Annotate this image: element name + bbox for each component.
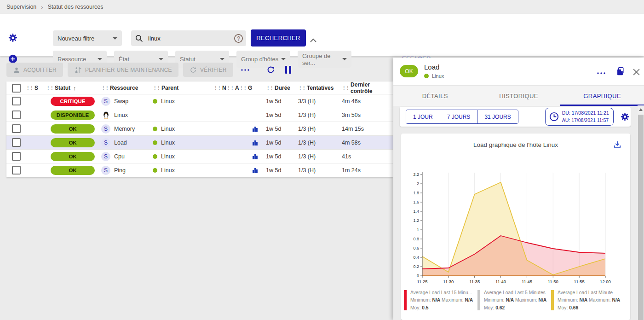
- panel-more-icon[interactable]: [596, 69, 607, 77]
- check-button[interactable]: VÉRIFIER: [183, 63, 233, 77]
- breadcrumb: Supervision › Statut des ressources: [0, 0, 644, 14]
- row-checkbox[interactable]: [12, 138, 21, 147]
- download-icon[interactable]: [612, 139, 623, 151]
- custom-period-box[interactable]: DU: 17/08/2021 11:21 AU: 17/08/2021 11:5…: [545, 108, 614, 126]
- drag-handle-icon[interactable]: ⋮⋮: [26, 86, 33, 90]
- drag-handle-icon[interactable]: ⋮⋮: [153, 86, 160, 90]
- scroll-up-arrow-icon[interactable]: [639, 108, 643, 111]
- svg-text:1: 1: [417, 227, 419, 232]
- saved-filter-select[interactable]: Nouveau filtre: [53, 30, 122, 46]
- row-checkbox[interactable]: [12, 124, 21, 133]
- table-row-load[interactable]: OK SLoad Linux 1w 5d 1/3 (H) 4m 58s: [6, 136, 393, 150]
- drag-handle-icon[interactable]: ⋮⋮: [298, 86, 305, 90]
- row-checkbox[interactable]: [12, 152, 21, 161]
- graph-title: Load graphique de l'hôte Linux: [401, 141, 630, 148]
- svg-text:11:45: 11:45: [522, 279, 532, 284]
- range-7-days-button[interactable]: 7 JOURS: [440, 110, 478, 123]
- table-row-linux-host[interactable]: DISPONIBLE Linux 1w 5d 1/3 (H) 3m 50s: [6, 108, 393, 122]
- table-row-cpu[interactable]: OK SCpu Linux 1w 5d 1/3 (H) 41s: [6, 150, 393, 163]
- header-state[interactable]: ⋮⋮S: [26, 85, 46, 91]
- drag-handle-icon[interactable]: ⋮⋮: [101, 86, 109, 90]
- host-up-dot-icon: [153, 127, 157, 131]
- search-input[interactable]: [147, 35, 230, 42]
- maintenance-button[interactable]: PLANIFIER UNE MAINTENANCE: [68, 63, 178, 77]
- duration-cell: 1w 5d: [266, 112, 298, 118]
- drag-handle-icon[interactable]: ⋮⋮: [46, 86, 53, 90]
- tab-history[interactable]: HISTORIQUE: [477, 86, 561, 106]
- panel-header: OK Load Linux: [393, 58, 644, 85]
- drag-handle-icon[interactable]: ⋮⋮: [266, 86, 273, 90]
- status-badge: CRITIQUE: [51, 97, 95, 106]
- panel-tabs: DÉTAILS HISTORIQUE GRAPHIQUE: [393, 85, 644, 106]
- drag-handle-icon[interactable]: ⋮⋮: [239, 86, 247, 90]
- vertical-scrollbar[interactable]: [638, 105, 644, 320]
- tries-cell: 1/3 (H): [298, 112, 342, 118]
- drag-handle-icon[interactable]: ⋮⋮: [226, 86, 234, 90]
- copy-link-icon[interactable]: [615, 65, 627, 79]
- range-1-day-button[interactable]: 1 JOUR: [406, 110, 440, 123]
- close-icon[interactable]: [632, 67, 641, 78]
- parent-name: Linux: [161, 167, 175, 174]
- search-box: ?: [131, 30, 246, 46]
- select-all-checkbox[interactable]: [12, 84, 21, 93]
- header-status[interactable]: ⋮⋮Statut↑: [46, 85, 101, 92]
- header-n[interactable]: ⋮⋮N: [213, 85, 226, 91]
- header-tries[interactable]: ⋮⋮Tentatives: [298, 85, 342, 91]
- legend-item-load5[interactable]: Average Load Last 5 Minutes Minimum: N/A…: [477, 289, 551, 312]
- graph-settings-gear-icon[interactable]: [620, 112, 630, 122]
- pause-icon[interactable]: [285, 66, 291, 74]
- time-range-card: 1 JOUR 7 JOURS 31 JOURS DU: 17/08/2021 1…: [400, 107, 631, 127]
- search-help-icon[interactable]: ?: [234, 34, 243, 43]
- filter-chip-service-group[interactable]: Groupe de ser...: [298, 51, 351, 68]
- resource-name: Load: [114, 140, 127, 146]
- panel-parent-name: Linux: [432, 73, 444, 79]
- tab-details[interactable]: DÉTAILS: [393, 86, 477, 106]
- header-parent[interactable]: ⋮⋮Parent: [153, 85, 213, 91]
- row-checkbox[interactable]: [12, 166, 21, 175]
- graph-icon[interactable]: [252, 153, 266, 159]
- svg-text:11:25: 11:25: [417, 279, 427, 284]
- range-31-days-button[interactable]: 31 JOURS: [477, 110, 518, 123]
- drag-handle-icon[interactable]: ⋮⋮: [342, 86, 349, 90]
- table-row-ping[interactable]: OK SPing Linux 1w 5d 1/3 (H) 1m 24s: [6, 163, 393, 177]
- sort-asc-icon: ↑: [73, 85, 76, 92]
- drag-handle-icon[interactable]: ⋮⋮: [213, 86, 221, 90]
- parent-name: Linux: [161, 126, 175, 132]
- duration-cell: 1w 5d: [266, 126, 298, 132]
- table-row-swap[interactable]: CRITIQUE SSwap Linux 1w 5d 3/3 (H) 4m 46…: [6, 94, 393, 108]
- graph-icon[interactable]: [252, 140, 266, 145]
- breadcrumb-section[interactable]: Supervision: [6, 4, 36, 10]
- header-last-check[interactable]: ⋮⋮Dernier contrôle: [342, 81, 393, 94]
- legend-item-load15[interactable]: Average Load Last 15 Minu... Minimum: N/…: [404, 289, 477, 312]
- clock-icon: [549, 111, 559, 122]
- chip-label: Ressource: [58, 56, 86, 63]
- row-checkbox[interactable]: [12, 97, 21, 105]
- more-actions-icon[interactable]: [241, 68, 250, 72]
- chip-label: État: [119, 56, 129, 63]
- row-checkbox[interactable]: [12, 111, 21, 119]
- status-badge: OK: [51, 124, 95, 134]
- tab-graph[interactable]: GRAPHIQUE: [560, 86, 644, 106]
- table-row-memory[interactable]: OK SMemory Linux 1w 5d 1/3 (H) 14m 15s: [6, 122, 393, 136]
- header-duration[interactable]: ⋮⋮Durée: [266, 85, 298, 91]
- legend-swatch: [477, 290, 480, 310]
- search-button[interactable]: RECHERCHER: [251, 29, 306, 47]
- vertical-scrollbar-thumb[interactable]: [638, 115, 644, 320]
- filter-settings-gear-icon[interactable]: [8, 33, 18, 45]
- table-header-row: ⋮⋮S ⋮⋮Statut↑ ⋮⋮Ressource ⋮⋮Parent ⋮⋮N ⋮…: [6, 81, 393, 94]
- graph-icon[interactable]: [252, 167, 266, 173]
- resource-name: Memory: [114, 126, 135, 132]
- collapse-filters-icon[interactable]: [310, 36, 316, 44]
- sync-icon: [190, 66, 197, 74]
- legend-item-load1[interactable]: Average Load Last Minute Minimum: N/A Ma…: [551, 289, 625, 312]
- refresh-icon[interactable]: [266, 65, 275, 74]
- last-check-cell: 3m 50s: [342, 112, 393, 118]
- svg-text:12:00: 12:00: [600, 279, 611, 284]
- header-resource[interactable]: ⋮⋮Ressource: [101, 85, 153, 91]
- acknowledge-button[interactable]: ACQUITTER: [6, 63, 63, 77]
- legend-series-name: Average Load Last 15 Minu...: [410, 290, 472, 295]
- chevron-down-icon: [113, 37, 117, 40]
- graph-icon[interactable]: [252, 126, 266, 132]
- header-a[interactable]: ⋮⋮A: [226, 85, 239, 91]
- header-g[interactable]: ⋮⋮G: [239, 85, 252, 91]
